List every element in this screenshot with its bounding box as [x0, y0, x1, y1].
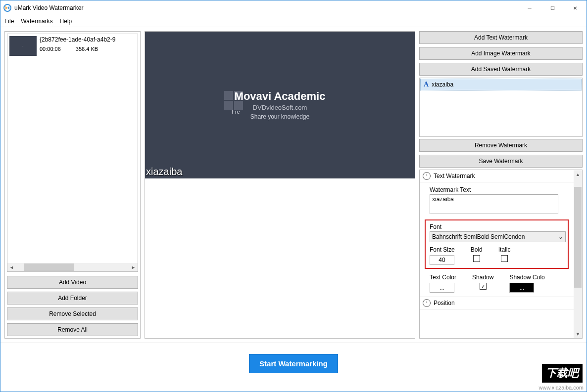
left-panel: ▪ {2b872fee-1ade-40af-a4b2-9 00:00:06 35…: [4, 31, 141, 339]
remove-watermark-button[interactable]: Remove Watermark: [419, 139, 583, 152]
text-watermark-icon: A: [424, 81, 429, 88]
add-saved-watermark-button[interactable]: Add Saved Watermark: [419, 63, 583, 76]
save-watermark-button[interactable]: Save Watermark: [419, 155, 583, 168]
italic-checkbox[interactable]: [501, 255, 508, 262]
chevron-up-icon[interactable]: ˄: [423, 172, 431, 180]
video-list[interactable]: ▪ {2b872fee-1ade-40af-a4b2-9 00:00:06 35…: [7, 34, 138, 272]
video-size: 356.4 KB: [76, 46, 98, 52]
font-label: Font: [430, 223, 564, 230]
maximize-button[interactable]: ☐: [541, 0, 564, 15]
menu-watermarks[interactable]: Watermarks: [21, 18, 52, 25]
video-name: {2b872fee-1ade-40af-a4b2-9: [40, 36, 136, 43]
scroll-up-icon[interactable]: ▲: [576, 170, 580, 178]
chevron-up-icon[interactable]: ˄: [423, 299, 431, 307]
site-logo: 下载吧: [542, 364, 583, 383]
start-watermarking-button[interactable]: Start Watermarking: [249, 354, 338, 373]
remove-selected-button[interactable]: Remove Selected: [7, 307, 138, 320]
section-title: Text Watermark: [434, 173, 475, 179]
font-value: Bahnschrift SemiBold SemiConden: [432, 233, 525, 240]
watermark-item-label: xiazaiba: [432, 81, 453, 88]
preview-subtitle: Share your knowledge: [145, 113, 415, 120]
right-panel: Add Text Watermark Add Image Watermark A…: [419, 31, 583, 339]
footer: Start Watermarking: [0, 343, 587, 384]
scroll-right-icon[interactable]: ►: [129, 265, 138, 270]
bold-checkbox[interactable]: [473, 255, 480, 262]
add-image-watermark-button[interactable]: Add Image Watermark: [419, 47, 583, 60]
position-section-header[interactable]: ˄ Position: [420, 297, 574, 309]
scroll-thumb[interactable]: [24, 263, 74, 271]
text-color-button[interactable]: ...: [430, 283, 454, 293]
add-video-button[interactable]: Add Video: [7, 276, 138, 289]
highlight-box: Font Bahnschrift SemiBold SemiConden ⌄ F…: [425, 219, 569, 269]
font-select[interactable]: Bahnschrift SemiBold SemiConden ⌄: [430, 231, 566, 242]
preview-title: Movavi Academic: [145, 90, 415, 103]
watermark-list[interactable]: A xiazaiba: [419, 78, 583, 137]
watermark-overlay[interactable]: xiazaiba: [146, 166, 182, 177]
watermark-list-item[interactable]: A xiazaiba: [420, 79, 582, 90]
video-duration: 00:00:06: [40, 46, 61, 52]
watermark-text-label: Watermark Text: [430, 186, 564, 193]
menu-help[interactable]: Help: [60, 18, 72, 25]
horizontal-scrollbar[interactable]: ◄ ►: [7, 263, 138, 271]
titlebar: uMark Video Watermarker ─ ☐ ✕: [0, 0, 587, 15]
shadow-color-button[interactable]: ...: [509, 283, 534, 293]
italic-label: Italic: [498, 246, 511, 253]
text-color-label: Text Color: [430, 274, 456, 281]
section-title: Position: [434, 300, 455, 306]
font-size-label: Font Size: [430, 246, 455, 253]
app-title: uMark Video Watermarker: [14, 4, 83, 11]
watermark-text-input[interactable]: [430, 194, 558, 214]
scroll-left-icon[interactable]: ◄: [7, 265, 16, 270]
video-preview[interactable]: Fre Movavi Academic DVDvideoSoft.com Sha…: [145, 32, 415, 178]
shadow-color-label: Shadow Colo: [509, 274, 544, 281]
bold-label: Bold: [471, 246, 483, 253]
vertical-scrollbar[interactable]: ▲ ▼: [574, 170, 582, 338]
shadow-label: Shadow: [472, 274, 493, 281]
text-watermark-section-header[interactable]: ˄ Text Watermark: [420, 170, 574, 182]
chevron-down-icon: ⌄: [558, 233, 563, 240]
menubar: File Watermarks Help: [0, 15, 587, 27]
video-list-item[interactable]: ▪ {2b872fee-1ade-40af-a4b2-9 00:00:06 35…: [7, 34, 138, 58]
font-size-input[interactable]: [430, 255, 454, 265]
app-logo-icon: [3, 4, 11, 12]
scroll-thumb[interactable]: [574, 187, 582, 288]
shadow-checkbox[interactable]: ✓: [480, 283, 487, 290]
scroll-down-icon[interactable]: ▼: [576, 330, 580, 338]
preview-shadow-text: DVDvideoSoft.com: [145, 104, 415, 111]
preview-panel: Fre Movavi Academic DVDvideoSoft.com Sha…: [145, 31, 415, 339]
menu-file[interactable]: File: [4, 18, 14, 25]
video-thumbnail: ▪: [9, 36, 37, 56]
properties-panel: ˄ Text Watermark Watermark Text Font Bah…: [419, 170, 583, 339]
remove-all-button[interactable]: Remove All: [7, 323, 138, 336]
close-button[interactable]: ✕: [564, 0, 587, 15]
add-folder-button[interactable]: Add Folder: [7, 292, 138, 305]
site-url: www.xiazaiba.com: [539, 385, 584, 391]
add-text-watermark-button[interactable]: Add Text Watermark: [419, 31, 583, 44]
minimize-button[interactable]: ─: [518, 0, 541, 15]
